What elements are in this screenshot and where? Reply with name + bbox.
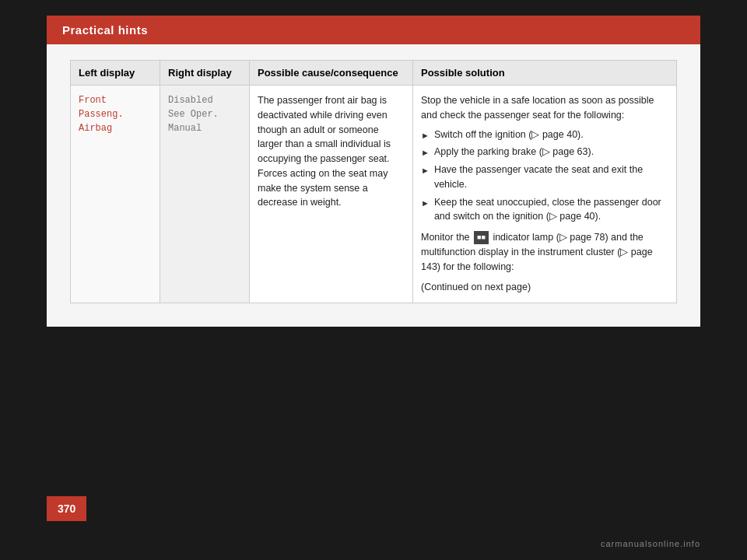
watermark: carmanualsonline.info: [601, 539, 700, 548]
arrow-icon-1: ►: [421, 129, 430, 142]
page-number: 370: [47, 496, 86, 521]
solution-cell: Stop the vehicle in a safe location as s…: [413, 86, 677, 303]
right-display-cell: DisabledSee Oper. Manual: [160, 86, 250, 303]
main-content: Left display Right display Possible caus…: [47, 44, 700, 327]
bullet-item-2: ► Apply the parking brake (▷ page 63).: [421, 145, 668, 159]
cause-cell: The passenger front air bag is deactivat…: [250, 86, 413, 303]
solution-intro: Stop the vehicle in a safe location as s…: [421, 93, 668, 123]
cause-text: The passenger front air bag is deactivat…: [258, 95, 391, 208]
indicator-icon: ■■: [474, 231, 489, 245]
arrow-icon-4: ►: [421, 197, 430, 210]
col-solution: Possible solution: [413, 61, 677, 86]
hints-table: Left display Right display Possible caus…: [70, 60, 677, 303]
arrow-icon-3: ►: [421, 164, 430, 177]
solution-monitor-text: Monitor the ■■ indicator lamp (▷ page 78…: [421, 230, 668, 274]
bullet-text-3: Have the passenger vacate the seat and e…: [434, 163, 668, 192]
col-right-display: Right display: [160, 61, 250, 86]
page-title: Practical hints: [62, 23, 148, 37]
arrow-icon-2: ►: [421, 146, 430, 159]
left-display-cell: Front Passeng.Airbag: [71, 86, 160, 303]
col-left-display: Left display: [71, 61, 160, 86]
bullet-text-1: Switch off the ignition (▷ page 40).: [434, 128, 584, 142]
bullet-item-4: ► Keep the seat unoccupied, close the pa…: [421, 195, 668, 225]
table-row: Front Passeng.Airbag DisabledSee Oper. M…: [71, 86, 677, 303]
continued-text: (Continued on next page): [421, 280, 668, 295]
header-bar: Practical hints: [47, 16, 700, 44]
bullet-text-2: Apply the parking brake (▷ page 63).: [434, 145, 594, 159]
bullet-item-3: ► Have the passenger vacate the seat and…: [421, 163, 668, 192]
col-cause: Possible cause/consequence: [250, 61, 413, 86]
bullet-item-1: ► Switch off the ignition (▷ page 40).: [421, 128, 668, 142]
bullet-text-4: Keep the seat unoccupied, close the pass…: [434, 195, 668, 225]
